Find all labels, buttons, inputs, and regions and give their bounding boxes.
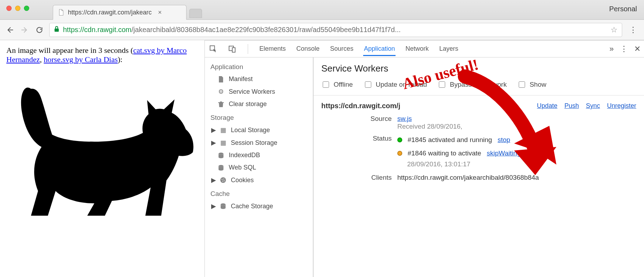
back-button[interactable] <box>5 25 15 35</box>
database-icon <box>217 152 225 159</box>
application-sidebar: Application Manifest ⚙ Service Workers C… <box>205 57 314 277</box>
svg-rect-0 <box>55 29 59 32</box>
action-push[interactable]: Push <box>564 102 579 110</box>
bookmark-star-icon[interactable]: ☆ <box>611 25 618 35</box>
browser-tab[interactable]: https://cdn.rawgit.com/jakearc × <box>53 5 187 20</box>
sidebar-item-indexeddb[interactable]: IndexedDB <box>205 149 313 161</box>
device-toggle-icon[interactable] <box>227 44 237 54</box>
url-scheme: https://cdn.rawgit.com/jakearchibald/803… <box>63 26 401 34</box>
lock-icon <box>54 26 59 34</box>
close-tab-icon[interactable]: × <box>158 9 162 16</box>
sw-origin: https://cdn.rawgit.com/j <box>321 102 400 110</box>
link-horse-svg[interactable]: horse.svg by Carla Dias <box>44 55 118 64</box>
tab-sources[interactable]: Sources <box>329 42 354 56</box>
expand-icon[interactable]: ▶ <box>211 176 215 184</box>
clients-value: https://cdn.rawgit.com/jakearchibald/803… <box>397 174 636 181</box>
divider <box>314 95 644 96</box>
inspect-icon[interactable] <box>208 44 218 54</box>
content-split: An image will appear here in 3 seconds (… <box>0 40 644 277</box>
more-tabs-icon[interactable]: » <box>610 44 614 54</box>
file-icon <box>217 76 225 82</box>
service-workers-pane: Service Workers Offline Update on reload… <box>314 57 644 277</box>
label-status: Status <box>321 135 392 142</box>
sidebar-item-service-workers[interactable]: ⚙ Service Workers <box>205 85 313 98</box>
database-icon <box>217 165 225 171</box>
option-bypass-network[interactable]: Bypass for network <box>437 80 507 89</box>
status-dot-orange <box>397 151 402 156</box>
new-tab-button[interactable] <box>189 9 202 18</box>
checkbox[interactable] <box>323 81 329 88</box>
expand-icon[interactable]: ▶ <box>211 139 215 147</box>
file-icon <box>58 9 64 16</box>
option-show-all[interactable]: Show <box>517 80 547 89</box>
expand-icon[interactable]: ▶ <box>211 202 215 210</box>
sidebar-item-clear-storage[interactable]: Clear storage <box>205 98 313 110</box>
pane-heading: Service Workers <box>321 63 636 74</box>
tab-layers[interactable]: Layers <box>438 42 459 56</box>
gear-icon: ⚙ <box>217 88 225 96</box>
svg-point-5 <box>219 165 223 167</box>
svg-point-11 <box>221 203 226 205</box>
tab-console[interactable]: Console <box>296 42 320 56</box>
minimize-window-button[interactable] <box>15 6 20 11</box>
status-waiting-time: 28/09/2016, 13:01:17 <box>407 160 471 168</box>
page-text: An image will appear here in 3 seconds (… <box>6 46 198 64</box>
close-window-button[interactable] <box>6 6 12 11</box>
devtools-tabbar: Elements Console Sources Application Net… <box>205 41 644 57</box>
label-clients: Clients <box>321 174 392 181</box>
address-bar[interactable]: https://cdn.rawgit.com/jakearchibald/803… <box>49 23 622 37</box>
sidebar-item-local-storage[interactable]: ▶ ▦ Local Storage <box>205 124 313 136</box>
cat-image <box>6 68 198 225</box>
status-row-waiting: #1846 waiting to activate skipWaiting 28… <box>397 148 636 170</box>
tab-application[interactable]: Application <box>363 42 396 56</box>
checkbox[interactable] <box>519 81 525 88</box>
tab-elements[interactable]: Elements <box>259 42 286 56</box>
option-update-on-reload[interactable]: Update on reload <box>364 80 427 89</box>
toolbar: https://cdn.rawgit.com/jakearchibald/803… <box>0 20 644 40</box>
sidebar-section-application: Application <box>205 60 313 73</box>
window-controls <box>0 0 29 11</box>
svg-point-10 <box>224 180 225 181</box>
option-offline[interactable]: Offline <box>321 80 353 89</box>
sidebar-item-cache-storage[interactable]: ▶ Cache Storage <box>205 200 313 213</box>
database-icon <box>220 203 227 209</box>
action-update[interactable]: Update <box>537 102 557 110</box>
source-link[interactable]: sw.js <box>397 115 412 122</box>
sidebar-item-websql[interactable]: Web SQL <box>205 161 313 174</box>
checkbox[interactable] <box>365 81 371 88</box>
status-row-activated: #1845 activated and running stop <box>397 135 636 145</box>
svg-point-6 <box>220 177 226 183</box>
grid-icon: ▦ <box>220 126 227 134</box>
expand-icon[interactable]: ▶ <box>211 126 215 134</box>
action-sync[interactable]: Sync <box>586 102 600 110</box>
sidebar-section-storage: Storage <box>205 110 313 124</box>
action-stop[interactable]: stop <box>498 136 510 143</box>
trash-icon <box>217 101 225 107</box>
svg-point-8 <box>223 179 224 179</box>
cookie-icon <box>220 177 227 183</box>
tab-title: https://cdn.rawgit.com/jakearc <box>68 9 152 16</box>
devtools-close-icon[interactable]: ✕ <box>634 44 640 54</box>
sidebar-item-manifest[interactable]: Manifest <box>205 73 313 85</box>
profile-label[interactable]: Personal <box>609 5 637 13</box>
svg-rect-3 <box>232 48 235 52</box>
checkbox[interactable] <box>439 81 445 88</box>
sidebar-item-session-storage[interactable]: ▶ ▦ Session Storage <box>205 136 313 149</box>
maximize-window-button[interactable] <box>24 6 29 11</box>
svg-point-4 <box>219 153 223 155</box>
svg-point-7 <box>222 179 222 180</box>
page-viewport: An image will appear here in 3 seconds (… <box>0 40 205 277</box>
tab-network[interactable]: Network <box>405 42 429 56</box>
chrome-menu-icon[interactable]: ⋮ <box>627 25 639 35</box>
forward-button[interactable] <box>20 25 30 35</box>
sw-actions: Update Push Sync Unregister <box>537 102 636 110</box>
sidebar-item-cookies[interactable]: ▶ Cookies <box>205 174 313 186</box>
action-skipwaiting[interactable]: skipWaiting <box>487 149 520 157</box>
status-dot-green <box>397 137 402 142</box>
action-unregister[interactable]: Unregister <box>607 102 636 110</box>
grid-icon: ▦ <box>220 139 227 147</box>
source-received: Received 28/09/2016, <box>397 123 462 130</box>
devtools: Elements Console Sources Application Net… <box>205 40 644 277</box>
devtools-menu-icon[interactable]: ⋮ <box>620 44 628 54</box>
reload-button[interactable] <box>34 25 44 35</box>
